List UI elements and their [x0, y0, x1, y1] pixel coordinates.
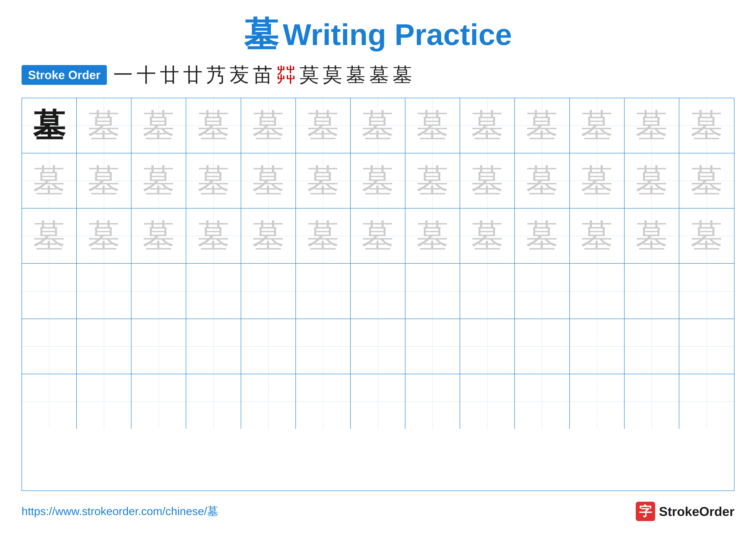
grid-cell-0-6[interactable]: 墓: [351, 98, 405, 153]
grid-cell-5-10[interactable]: [570, 374, 625, 429]
grid-cell-3-7[interactable]: [405, 264, 460, 318]
grid-cell-0-2[interactable]: 墓: [131, 98, 186, 153]
grid-cell-5-12[interactable]: [679, 374, 734, 429]
grid-cell-0-4[interactable]: 墓: [241, 98, 296, 153]
grid-row-2: 墓墓墓墓墓墓墓墓墓墓墓墓墓: [22, 209, 734, 264]
cell-character: 墓: [307, 165, 339, 197]
grid-cell-2-5[interactable]: 墓: [296, 209, 351, 263]
grid-cell-3-6[interactable]: [351, 264, 405, 318]
grid-cell-1-12[interactable]: 墓: [679, 153, 734, 208]
grid-cell-4-8[interactable]: [460, 319, 515, 374]
grid-cell-4-12[interactable]: [679, 319, 734, 374]
grid-cell-3-2[interactable]: [131, 264, 186, 318]
cell-character: 墓: [581, 110, 613, 142]
grid-cell-1-1[interactable]: 墓: [77, 153, 131, 208]
grid-cell-1-8[interactable]: 墓: [460, 153, 515, 208]
grid-cell-5-1[interactable]: [77, 374, 131, 429]
stroke-order-badge: Stroke Order: [21, 65, 107, 85]
grid-cell-3-12[interactable]: [679, 264, 734, 318]
grid-cell-2-8[interactable]: 墓: [460, 209, 515, 263]
cell-character: 墓: [88, 165, 120, 197]
grid-cell-3-5[interactable]: [296, 264, 351, 318]
grid-cell-3-8[interactable]: [460, 264, 515, 318]
cell-character: 墓: [690, 165, 723, 197]
cell-character: 墓: [198, 165, 230, 197]
grid-cell-1-4[interactable]: 墓: [241, 153, 296, 208]
grid-cell-4-3[interactable]: [186, 319, 241, 374]
footer-logo-text: StrokeOrder: [659, 504, 735, 519]
grid-cell-5-3[interactable]: [186, 374, 241, 429]
grid-cell-4-9[interactable]: [515, 319, 570, 374]
grid-cell-5-5[interactable]: [296, 374, 351, 429]
grid-cell-1-5[interactable]: 墓: [296, 153, 351, 208]
grid-cell-2-1[interactable]: 墓: [77, 209, 131, 263]
grid-cell-2-0[interactable]: 墓: [22, 209, 77, 263]
grid-row-3: [22, 264, 734, 319]
grid-cell-0-8[interactable]: 墓: [460, 98, 515, 153]
stroke-char-11: 墓: [369, 65, 389, 85]
grid-cell-4-5[interactable]: [296, 319, 351, 374]
grid-cell-2-12[interactable]: 墓: [679, 209, 734, 263]
footer-logo-icon: 字: [636, 502, 655, 521]
grid-cell-5-0[interactable]: [22, 374, 77, 429]
grid-cell-4-4[interactable]: [241, 319, 296, 374]
grid-cell-3-0[interactable]: [22, 264, 77, 318]
grid-cell-2-7[interactable]: 墓: [405, 209, 460, 263]
grid-cell-0-3[interactable]: 墓: [186, 98, 241, 153]
grid-cell-3-4[interactable]: [241, 264, 296, 318]
grid-cell-3-9[interactable]: [515, 264, 570, 318]
grid-cell-0-11[interactable]: 墓: [625, 98, 679, 153]
grid-cell-4-1[interactable]: [77, 319, 131, 374]
grid-cell-4-11[interactable]: [625, 319, 679, 374]
grid-cell-3-1[interactable]: [77, 264, 131, 318]
grid-cell-0-1[interactable]: 墓: [77, 98, 131, 153]
cell-character: 墓: [252, 165, 284, 197]
grid-cell-5-7[interactable]: [405, 374, 460, 429]
grid-cell-4-0[interactable]: [22, 319, 77, 374]
grid-cell-2-11[interactable]: 墓: [625, 209, 679, 263]
grid-cell-1-0[interactable]: 墓: [22, 153, 77, 208]
grid-cell-4-6[interactable]: [351, 319, 405, 374]
grid-cell-2-3[interactable]: 墓: [186, 209, 241, 263]
grid-cell-5-6[interactable]: [351, 374, 405, 429]
grid-cell-3-10[interactable]: [570, 264, 625, 318]
grid-cell-2-4[interactable]: 墓: [241, 209, 296, 263]
grid-cell-5-8[interactable]: [460, 374, 515, 429]
grid-cell-0-9[interactable]: 墓: [515, 98, 570, 153]
grid-cell-5-2[interactable]: [131, 374, 186, 429]
grid-cell-0-12[interactable]: 墓: [679, 98, 734, 153]
grid-cell-5-4[interactable]: [241, 374, 296, 429]
grid-cell-0-7[interactable]: 墓: [405, 98, 460, 153]
grid-cell-2-9[interactable]: 墓: [515, 209, 570, 263]
grid-cell-3-3[interactable]: [186, 264, 241, 318]
grid-cell-1-6[interactable]: 墓: [351, 153, 405, 208]
grid-cell-2-6[interactable]: 墓: [351, 209, 405, 263]
footer-url[interactable]: https://www.strokeorder.com/chinese/墓: [21, 504, 218, 519]
grid-cell-2-10[interactable]: 墓: [570, 209, 625, 263]
grid-cell-1-3[interactable]: 墓: [186, 153, 241, 208]
cell-character: 墓: [307, 220, 339, 252]
cell-character: 墓: [581, 220, 613, 252]
grid-cell-4-10[interactable]: [570, 319, 625, 374]
grid-cell-5-11[interactable]: [625, 374, 679, 429]
grid-cell-0-5[interactable]: 墓: [296, 98, 351, 153]
grid-cell-1-9[interactable]: 墓: [515, 153, 570, 208]
grid-cell-0-10[interactable]: 墓: [570, 98, 625, 153]
grid-cell-4-2[interactable]: [131, 319, 186, 374]
grid-cell-0-0[interactable]: 墓: [22, 98, 77, 153]
grid-cell-5-9[interactable]: [515, 374, 570, 429]
cell-character: 墓: [143, 110, 175, 142]
grid-cell-3-11[interactable]: [625, 264, 679, 318]
grid-cell-4-7[interactable]: [405, 319, 460, 374]
cell-character: 墓: [252, 220, 284, 252]
grid-cell-1-2[interactable]: 墓: [131, 153, 186, 208]
stroke-char-4: 艿: [206, 65, 226, 85]
grid-cell-1-7[interactable]: 墓: [405, 153, 460, 208]
stroke-char-3: 廿: [183, 65, 202, 85]
cell-character: 墓: [362, 110, 394, 142]
footer-logo: 字 StrokeOrder: [636, 502, 735, 521]
grid-cell-2-2[interactable]: 墓: [131, 209, 186, 263]
grid-cell-1-10[interactable]: 墓: [570, 153, 625, 208]
grid-cell-1-11[interactable]: 墓: [625, 153, 679, 208]
stroke-char-12: 墓: [393, 65, 412, 85]
